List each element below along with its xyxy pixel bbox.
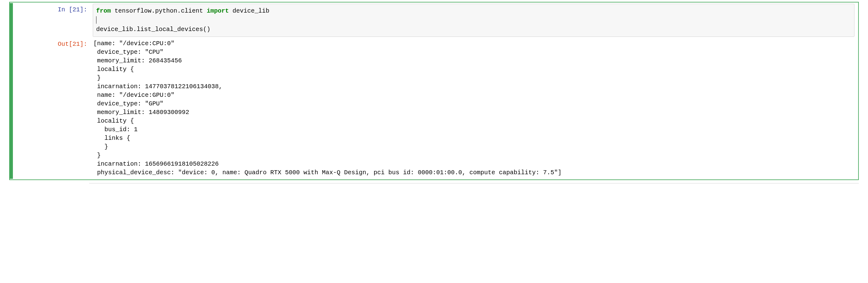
output-content: [name: "/device:CPU:0" device_type: "CPU… <box>93 38 858 178</box>
cell-selection-marker <box>10 3 13 179</box>
input-content: from tensorflow.python.client import dev… <box>93 4 858 37</box>
output-prompt-suffix: ]: <box>80 40 87 48</box>
input-prompt-number: 21 <box>72 6 80 13</box>
input-prompt-prefix: In [ <box>58 6 72 13</box>
code-module: tensorflow.python.client <box>111 7 207 14</box>
input-prompt-suffix: ]: <box>80 6 87 13</box>
output-line: locality { <box>93 66 134 73</box>
input-prompt: In [21]: <box>13 4 93 37</box>
text-cursor <box>96 16 96 24</box>
keyword-import: import <box>207 7 229 14</box>
keyword-from: from <box>96 7 111 14</box>
output-line: memory_limit: 14809300992 <box>93 109 189 116</box>
output-line: device_type: "GPU" <box>93 100 163 107</box>
notebook-cell: In [21]: from tensorflow.python.client i… <box>9 2 859 180</box>
output-prompt: Out[21]: <box>13 38 93 178</box>
input-row: In [21]: from tensorflow.python.client i… <box>13 3 858 37</box>
code-line3: device_lib.list_local_devices() <box>96 26 210 33</box>
output-line: links { <box>93 134 130 142</box>
code-editor[interactable]: from tensorflow.python.client import dev… <box>93 4 855 37</box>
output-line: device_type: "CPU" <box>93 49 163 56</box>
output-row: Out[21]: [name: "/device:CPU:0" device_t… <box>13 37 858 179</box>
output-line: locality { <box>93 117 134 124</box>
output-line: memory_limit: 268435456 <box>93 57 182 64</box>
output-prompt-number: 21 <box>72 40 80 48</box>
output-line: name: "/device:GPU:0" <box>93 92 175 99</box>
output-text: [name: "/device:CPU:0" device_type: "CPU… <box>93 38 855 178</box>
output-prompt-prefix: Out[ <box>58 40 72 48</box>
output-line: physical_device_desc: "device: 0, name: … <box>93 169 561 176</box>
output-line: } <box>93 143 108 150</box>
output-line: bus_id: 1 <box>93 126 137 133</box>
output-line: incarnation: 14770378122106134038, <box>93 83 222 90</box>
cell-content: In [21]: from tensorflow.python.client i… <box>13 3 858 179</box>
output-line: incarnation: 16569661918105028226 <box>93 160 219 167</box>
output-line: [name: "/device:CPU:0" <box>93 40 175 47</box>
code-imported: device_lib <box>229 7 269 14</box>
output-line: } <box>93 74 101 82</box>
output-line: } <box>93 152 101 159</box>
